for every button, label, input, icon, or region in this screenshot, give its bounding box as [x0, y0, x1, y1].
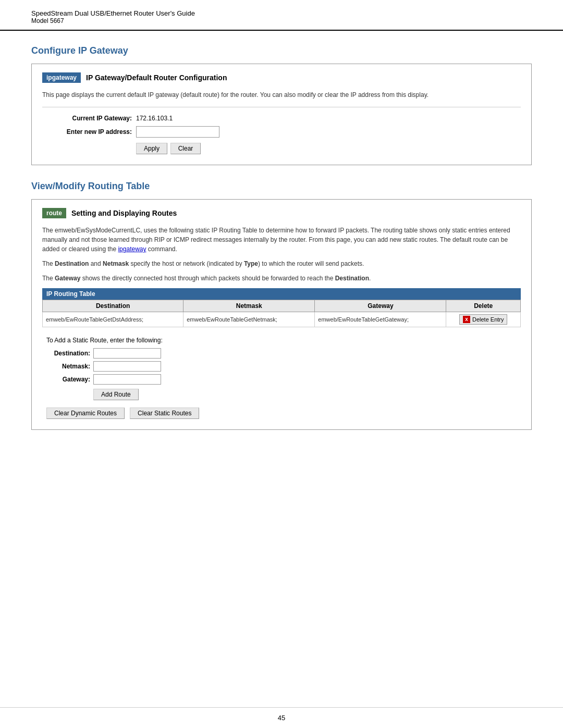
ipgateway-badge: ipgateway: [42, 72, 81, 83]
gateway-panel-title: IP Gateway/Default Router Configuration: [86, 73, 227, 82]
current-gateway-value: 172.16.103.1: [136, 115, 173, 122]
ipgateway-link[interactable]: ipgateway: [118, 245, 146, 253]
gateway-input[interactable]: [93, 374, 161, 385]
add-route-title: To Add a Static Route, enter the followi…: [46, 337, 517, 344]
gateway-button-row: Apply Clear: [42, 143, 521, 154]
row-delete-cell: x Delete Entry: [446, 312, 521, 327]
new-ip-label: Enter new IP address:: [53, 128, 136, 135]
destination-label: Destination:: [46, 350, 93, 357]
destination-input[interactable]: [93, 348, 161, 359]
clear-dynamic-button[interactable]: Clear Dynamic Routes: [46, 408, 125, 419]
new-ip-row: Enter new IP address:: [42, 126, 521, 138]
delete-x-icon: x: [463, 316, 470, 323]
gateway-description: This page displays the current default I…: [42, 90, 521, 100]
add-route-btn-row: Add Route: [46, 389, 517, 400]
delete-entry-label: Delete Entry: [472, 316, 504, 323]
row-netmask: emweb/EwRouteTableGetNetmask;: [183, 312, 315, 327]
route-badge: route: [42, 208, 66, 218]
apply-button[interactable]: Apply: [136, 143, 167, 154]
page-footer: 45: [0, 707, 563, 728]
netmask-input[interactable]: [93, 361, 161, 372]
netmask-row: Netmask:: [46, 361, 517, 372]
col-destination: Destination: [43, 300, 183, 312]
routing-table-header-label: IP Routing Table: [42, 288, 521, 300]
routing-table: Destination Netmask Gateway Delete emweb…: [42, 300, 521, 327]
clear-static-button[interactable]: Clear Static Routes: [130, 408, 199, 419]
gateway-row: Gateway:: [46, 374, 517, 385]
routing-panel-header: route Setting and Displaying Routes: [42, 208, 521, 218]
delete-entry-button[interactable]: x Delete Entry: [459, 314, 508, 325]
current-gateway-label: Current IP Gateway:: [53, 115, 136, 122]
row-destination: emweb/EwRouteTableGetDstAddress;: [43, 312, 183, 327]
routing-desc3: The Gateway shows the directly connected…: [42, 274, 521, 283]
routing-desc2: The Destination and Netmask specify the …: [42, 259, 521, 268]
routing-table-section: IP Routing Table Destination Netmask Gat…: [42, 288, 521, 327]
add-route-section: To Add a Static Route, enter the followi…: [42, 337, 521, 419]
table-row: emweb/EwRouteTableGetDstAddress; emweb/E…: [43, 312, 521, 327]
routing-table-title: View/Modify Routing Table: [31, 181, 532, 192]
gateway-panel-header: ipgateway IP Gateway/Default Router Conf…: [42, 72, 521, 83]
bottom-buttons: Clear Dynamic Routes Clear Static Routes: [46, 408, 517, 419]
destination-row: Destination:: [46, 348, 517, 359]
gateway-input-label: Gateway:: [46, 376, 93, 383]
routing-desc1: The emweb/EwSysModeCurrentLC, uses the f…: [42, 226, 521, 254]
current-gateway-row: Current IP Gateway: 172.16.103.1: [42, 115, 521, 122]
routing-table-header-row: Destination Netmask Gateway Delete: [43, 300, 521, 312]
col-netmask: Netmask: [183, 300, 315, 312]
guide-title: SpeedStream Dual USB/Ethernet Router Use…: [31, 9, 532, 17]
page-number: 45: [278, 714, 285, 722]
add-route-button[interactable]: Add Route: [93, 389, 139, 400]
page-header: SpeedStream Dual USB/Ethernet Router Use…: [0, 0, 563, 31]
netmask-label: Netmask:: [46, 363, 93, 370]
col-gateway: Gateway: [315, 300, 446, 312]
clear-button[interactable]: Clear: [170, 143, 201, 154]
gateway-divider: [42, 107, 521, 107]
col-delete: Delete: [446, 300, 521, 312]
routing-panel-title: Setting and Displaying Routes: [71, 209, 177, 217]
routing-panel: route Setting and Displaying Routes The …: [31, 199, 532, 430]
new-ip-input[interactable]: [136, 126, 219, 138]
configure-gateway-panel: ipgateway IP Gateway/Default Router Conf…: [31, 64, 532, 165]
main-content: Configure IP Gateway ipgateway IP Gatewa…: [0, 31, 563, 707]
configure-gateway-title: Configure IP Gateway: [31, 45, 532, 56]
row-gateway: emweb/EwRouteTableGetGateway;: [315, 312, 446, 327]
model-number: Model 5667: [31, 17, 532, 24]
